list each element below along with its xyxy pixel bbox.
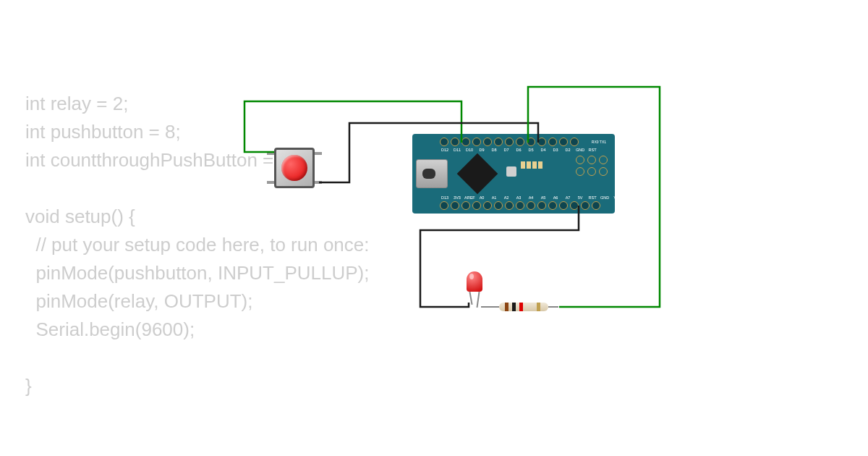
led-bulb: [467, 271, 482, 292]
led-component[interactable]: [467, 271, 482, 292]
pushbutton-leg: [315, 181, 322, 184]
pin-labels-bottom: D13 3V3 AREF A0 A1 A2 A3 A4 A5 A6 A7 5V …: [440, 195, 622, 200]
microcontroller-chip: [457, 153, 498, 195]
wire-layer: [0, 0, 868, 456]
led-anode: [476, 292, 480, 308]
circuit-diagram: D12 D11 D10 D9 D8 D7 D6 D5 D4 D3 D2 GND …: [0, 0, 868, 456]
pin-header-top: [440, 138, 579, 146]
pin-header-bottom: [440, 201, 600, 210]
led-cathode: [469, 292, 472, 305]
resistor-lead: [548, 306, 558, 308]
arduino-nano-board[interactable]: D12 D11 D10 D9 D8 D7 D6 D5 D4 D3 D2 GND …: [412, 134, 615, 214]
icsp-header: [576, 156, 609, 177]
resistor-band: [512, 303, 516, 311]
pushbutton-component[interactable]: [271, 145, 318, 191]
pushbutton-leg: [267, 181, 274, 184]
resistor-band: [519, 303, 523, 311]
serial-labels: RX0 TX1: [592, 140, 606, 144]
resistor-body: [499, 303, 548, 311]
pushbutton-leg: [315, 152, 322, 155]
smd-components: [521, 161, 542, 169]
usb-connector: [416, 159, 448, 188]
pushbutton-leg: [267, 152, 274, 155]
resistor-component[interactable]: [499, 303, 548, 311]
resistor-band: [537, 303, 540, 311]
wire-black-led: [420, 206, 579, 307]
reset-button: [506, 166, 516, 177]
pushbutton-cap: [281, 155, 307, 181]
resistor-lead: [489, 306, 499, 308]
resistor-band: [505, 303, 509, 311]
pin-labels-top: D12 D11 D10 D9 D8 D7 D6 D5 D4 D3 D2 GND …: [440, 148, 597, 152]
